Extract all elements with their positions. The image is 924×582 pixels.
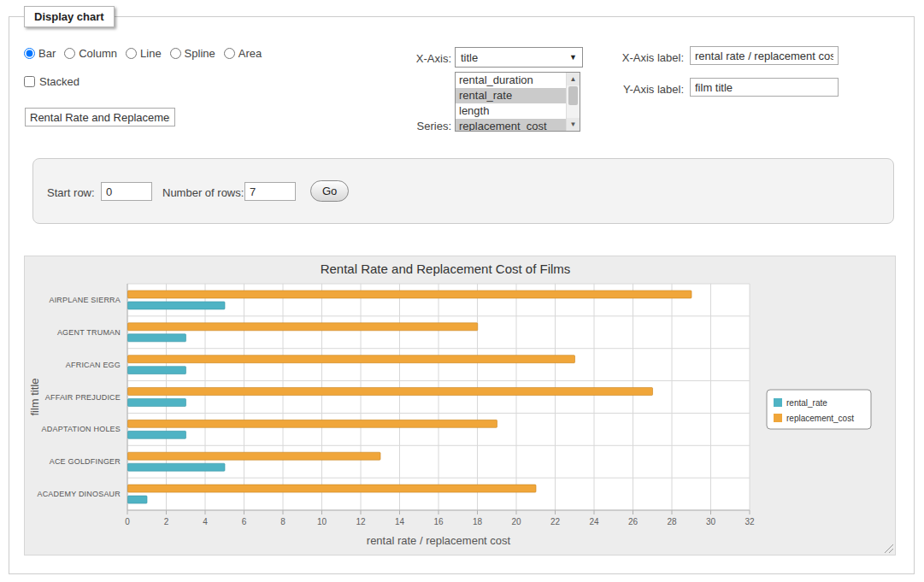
x-tick-label: 0 (125, 517, 130, 526)
xaxis-label-input[interactable] (690, 46, 839, 65)
scrollbar-thumb[interactable] (568, 86, 578, 105)
bar-replacement_cost (128, 291, 692, 298)
bar-replacement_cost (128, 452, 381, 460)
scroll-down-icon[interactable]: ▼ (567, 118, 580, 131)
y-axis-title: film title (28, 378, 41, 415)
chart-type-option-column[interactable]: Column (64, 47, 117, 60)
chart-title: Rental Rate and Replacement Cost of Film… (321, 262, 571, 276)
xaxis-label-label: X-Axis label: (607, 51, 684, 64)
bar-rental_rate (128, 431, 186, 438)
bar-replacement_cost (128, 388, 653, 396)
chart-type-radio-group: BarColumnLineSplineArea (24, 47, 262, 60)
series-multiselect[interactable]: rental_durationrental_ratelengthreplacem… (455, 72, 580, 132)
category-label: ACE GOLDFINGER (50, 457, 121, 466)
page: { "window": { "legend": "Display chart" … (0, 0, 924, 582)
series-option-rental_rate[interactable]: rental_rate (456, 88, 566, 103)
x-tick-label: 24 (589, 517, 599, 526)
legend-swatch-rental_rate[interactable] (774, 398, 782, 407)
x-axis-title: rental rate / replacement cost (367, 534, 511, 547)
resize-handle-icon[interactable] (884, 544, 894, 554)
bar-replacement_cost (128, 356, 575, 363)
fieldset-legend: Display chart (24, 6, 115, 27)
chart-type-radio-label: Line (140, 47, 162, 60)
start-row-input[interactable] (101, 182, 152, 201)
category-label: AIRPLANE SIERRA (49, 296, 121, 304)
chart-type-radio-column[interactable] (64, 48, 75, 59)
bar-rental_rate (128, 302, 226, 309)
bar-replacement_cost (128, 485, 537, 492)
series-option-rental_duration[interactable]: rental_duration (456, 73, 566, 88)
chart-type-radio-label: Spline (185, 47, 215, 60)
category-label: AFRICAN EGG (66, 361, 121, 369)
chart-panel: 02468101214161820222426283032AIRPLANE SI… (24, 256, 896, 556)
chart-type-option-area[interactable]: Area (224, 47, 262, 60)
x-tick-label: 16 (433, 517, 444, 526)
x-tick-label: 30 (706, 517, 716, 526)
xaxis-selected-value: title (461, 51, 569, 64)
bar-replacement_cost (128, 420, 497, 427)
series-option-replacement_cost[interactable]: replacement_cost (456, 119, 566, 132)
xaxis-select[interactable]: title ▼ (455, 47, 583, 68)
x-tick-label: 14 (395, 517, 405, 526)
yaxis-label-label: Y-Axis label: (607, 83, 684, 96)
chart-legend (767, 390, 871, 429)
legend-label-replacement_cost[interactable]: replacement_cost (786, 414, 854, 423)
x-tick-label: 10 (317, 517, 327, 526)
series-option-list: rental_durationrental_ratelengthreplacem… (456, 73, 566, 132)
x-tick-label: 22 (550, 517, 561, 526)
chart-type-radio-label: Area (238, 47, 262, 60)
category-label: AFFAIR PREJUDICE (45, 393, 121, 402)
x-tick-label: 28 (667, 517, 677, 526)
x-tick-label: 6 (242, 517, 247, 526)
bar-replacement_cost (128, 323, 478, 331)
x-tick-label: 26 (628, 517, 639, 526)
chart-type-radio-label: Column (79, 47, 117, 60)
chart-type-option-line[interactable]: Line (126, 47, 162, 60)
chevron-down-icon: ▼ (569, 53, 577, 62)
scroll-up-icon[interactable]: ▲ (567, 73, 580, 85)
bar-rental_rate (128, 496, 148, 503)
bar-chart: 02468101214161820222426283032AIRPLANE SI… (25, 256, 895, 553)
xaxis-label: X-Axis: (391, 52, 451, 65)
stacked-checkbox-row[interactable]: Stacked (24, 75, 79, 88)
start-row-label: Start row: (47, 186, 95, 199)
chart-type-radio-area[interactable] (224, 48, 235, 59)
bar-rental_rate (128, 463, 226, 471)
chart-title-input[interactable] (25, 108, 175, 126)
bar-rental_rate (128, 367, 186, 374)
number-of-rows-input[interactable] (244, 182, 296, 201)
chart-type-radio-spline[interactable] (170, 48, 181, 59)
chart-type-radio-bar[interactable] (24, 48, 35, 59)
legend-label-rental_rate[interactable]: rental_rate (786, 398, 827, 408)
scrollbar[interactable]: ▲ ▼ (566, 73, 580, 131)
x-tick-label: 2 (164, 517, 169, 526)
x-tick-label: 32 (744, 517, 755, 526)
x-tick-label: 12 (356, 517, 366, 526)
chart-type-option-bar[interactable]: Bar (24, 47, 56, 60)
x-tick-label: 4 (203, 517, 208, 526)
bar-rental_rate (128, 399, 186, 407)
chart-type-radio-line[interactable] (126, 48, 137, 59)
legend-swatch-replacement_cost[interactable] (774, 414, 782, 422)
category-label: AGENT TRUMAN (57, 328, 121, 337)
yaxis-label-input[interactable] (690, 78, 839, 97)
go-button[interactable]: Go (310, 180, 349, 202)
category-label: ADAPTATION HOLES (42, 425, 121, 433)
series-label: Series: (391, 120, 451, 132)
bar-rental_rate (128, 334, 186, 342)
x-tick-label: 8 (280, 517, 285, 526)
series-option-length[interactable]: length (456, 103, 566, 119)
chart-type-radio-label: Bar (38, 47, 56, 60)
x-tick-label: 18 (473, 517, 483, 526)
stacked-label: Stacked (39, 75, 79, 88)
stacked-checkbox[interactable] (24, 76, 35, 87)
chart-type-option-spline[interactable]: Spline (170, 47, 215, 60)
category-label: ACADEMY DINOSAUR (37, 490, 121, 498)
number-of-rows-label: Number of rows: (162, 186, 244, 199)
x-tick-label: 20 (511, 517, 521, 526)
